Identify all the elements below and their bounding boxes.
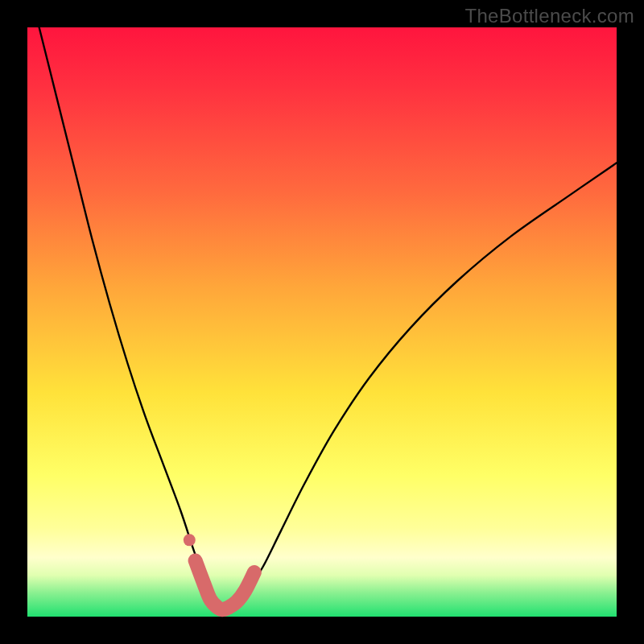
- watermark-text: TheBottleneck.com: [464, 5, 634, 27]
- bottom-arc-marker: [196, 560, 254, 609]
- bottleneck-curve: [39, 27, 617, 610]
- chart-frame: TheBottleneck.com: [0, 0, 644, 644]
- chart-svg: [27, 27, 617, 617]
- extra-marker-dot: [184, 534, 196, 546]
- chart-plot-area: [27, 27, 617, 617]
